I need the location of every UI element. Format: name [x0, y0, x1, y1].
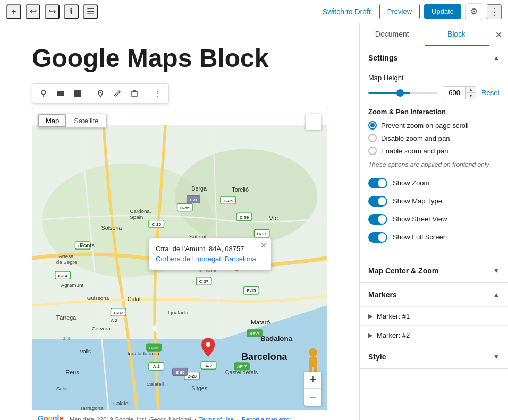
svg-text:Igualada: Igualada: [168, 309, 188, 315]
layout1-icon: [56, 89, 65, 98]
zoom-pan-note: These options are applied on frontend on…: [368, 160, 499, 169]
svg-text:B-23: B-23: [188, 374, 197, 379]
zoom-in-button[interactable]: +: [304, 372, 321, 389]
section-settings-title: Settings: [368, 54, 397, 62]
report-link[interactable]: Report a map error: [242, 416, 291, 420]
marker-2-item[interactable]: ▶ Marker: #2: [360, 325, 508, 345]
svg-text:C-59: C-59: [240, 215, 249, 220]
toolbar-pin-button[interactable]: [92, 86, 108, 101]
height-decrement-button[interactable]: ▼: [466, 93, 476, 99]
toggle-streetview[interactable]: [368, 214, 387, 225]
tab-block[interactable]: Block: [425, 23, 489, 46]
toggle-fullscreen[interactable]: [368, 232, 387, 243]
toolbar-delete-button[interactable]: [126, 86, 142, 101]
map-type-map-button[interactable]: Map: [38, 114, 66, 127]
toolbar-divider2: [146, 88, 146, 99]
toolbar-marker-button[interactable]: [36, 86, 52, 101]
height-input[interactable]: 600: [443, 87, 465, 99]
height-input-wrap: 600 ▲ ▼: [443, 86, 476, 99]
toggle-maptype-label: Show Map Type: [393, 197, 442, 205]
svg-point-84: [309, 348, 317, 357]
section-style: Style ▼: [360, 345, 508, 369]
map-wrapper: C-14 C-14 C-37 C-25 C-55 C-37 C-25 C-59 …: [32, 108, 327, 420]
toggle-maptype[interactable]: [368, 196, 387, 207]
radio-enable-indicator: [368, 147, 377, 155]
delete-icon: [130, 89, 139, 98]
preview-button[interactable]: Preview: [379, 4, 420, 19]
svg-text:Calafell: Calafell: [146, 381, 164, 387]
svg-text:Berga: Berga: [191, 185, 207, 192]
undo-button[interactable]: ↩: [26, 4, 40, 19]
tab-document[interactable]: Document: [360, 23, 425, 46]
redo-button[interactable]: ↪: [45, 4, 60, 19]
zoom-pan-label: Zoom & Pan Interaction: [368, 108, 499, 116]
panel-close-button[interactable]: ✕: [489, 23, 508, 46]
more-options-button[interactable]: ⋮: [487, 4, 502, 19]
section-markers-header[interactable]: Markers ▲: [360, 283, 508, 306]
radio-prevent-label: Prevent zoom on page scroll: [381, 122, 469, 130]
settings-button[interactable]: ⚙: [465, 3, 482, 20]
marker-1-item[interactable]: ▶ Marker: #1: [360, 306, 508, 325]
terms-link[interactable]: Terms of Use: [199, 416, 234, 420]
map-height-slider[interactable]: [368, 92, 437, 94]
marker-icon: [39, 89, 48, 98]
svg-point-3: [100, 91, 101, 93]
svg-rect-4: [132, 92, 137, 97]
top-bar-right: Switch to Draft Preview Update ⚙ ⋮: [318, 3, 502, 20]
svg-text:Tarragona: Tarragona: [80, 405, 104, 411]
svg-text:Calaf: Calaf: [128, 295, 141, 302]
style-chevron-down-icon: ▼: [493, 353, 499, 361]
info-button[interactable]: ℹ: [64, 4, 79, 19]
section-settings-header[interactable]: Settings ▲: [360, 46, 508, 70]
toolbar-layout1-button[interactable]: [53, 86, 69, 101]
height-increment-button[interactable]: ▲: [466, 87, 476, 93]
toggle-zoom[interactable]: [368, 178, 387, 188]
radio-prevent[interactable]: Prevent zoom on page scroll: [368, 121, 499, 130]
section-settings-body: Map Height 600 ▲ ▼ Reset Zoom & Pan Inte…: [360, 70, 508, 259]
radio-enable[interactable]: Enable zoom and pan: [368, 147, 499, 155]
map-streetview-pegman[interactable]: [304, 347, 321, 374]
svg-text:E-90: E-90: [175, 370, 184, 375]
svg-text:Guissona: Guissona: [87, 295, 109, 301]
svg-text:Reus: Reus: [66, 369, 79, 375]
infowindow-close-button[interactable]: ✕: [260, 242, 267, 249]
infowindow-address-line1: Ctra. de l'Amunt, 84A, 08757: [156, 245, 244, 253]
svg-text:AP-7: AP-7: [250, 331, 260, 336]
toggle-zoom-thumb: [378, 179, 386, 187]
svg-text:C-25: C-25: [152, 222, 162, 227]
toolbar-more-button[interactable]: ⋮: [149, 86, 165, 101]
section-style-header[interactable]: Style ▼: [360, 345, 508, 368]
pegman-icon: [304, 347, 321, 374]
svg-text:Barcelona: Barcelona: [241, 352, 287, 362]
svg-text:AP-7: AP-7: [237, 364, 247, 369]
infowindow-address-link[interactable]: Corbera de Llobregat, Barcelona: [156, 254, 256, 264]
zoom-out-button[interactable]: −: [304, 389, 321, 406]
height-reset-button[interactable]: Reset: [481, 89, 499, 97]
svg-text:E-9: E-9: [190, 198, 197, 202]
toggle-fullscreen-thumb: [378, 233, 386, 242]
toggle-streetview-row: Show Street View: [368, 214, 499, 225]
svg-text:Badalona: Badalona: [260, 335, 293, 342]
marker-2-label: Marker: #2: [377, 331, 410, 339]
section-markers-body: ▶ Marker: #1 ▶ Marker: #2: [360, 306, 508, 345]
svg-text:C-15: C-15: [149, 345, 159, 350]
map-type-satellite-button[interactable]: Satellite: [66, 114, 106, 127]
add-button[interactable]: +: [6, 4, 21, 19]
section-settings: Settings ▲ Map Height 600 ▲ ▼ Reset: [360, 46, 508, 259]
radio-enable-label: Enable zoom and pan: [381, 147, 448, 155]
section-map-center-header[interactable]: Map Center & Zoom ▼: [360, 259, 508, 282]
map-type-bar: Map Satellite: [38, 114, 107, 128]
switch-to-draft-button[interactable]: Switch to Draft: [318, 5, 375, 18]
svg-text:A-2: A-2: [205, 363, 212, 368]
list-button[interactable]: ☰: [83, 4, 98, 19]
section-markers: Markers ▲ ▶ Marker: #1 ▶ Marker: #2: [360, 283, 508, 345]
update-button[interactable]: Update: [424, 4, 461, 19]
radio-disable[interactable]: Disable zoom and pan: [368, 134, 499, 142]
google-logo-text: G: [38, 414, 44, 420]
toolbar-pencil-button[interactable]: [109, 86, 125, 101]
svg-text:A-2: A-2: [111, 318, 117, 323]
svg-text:C-25: C-25: [223, 198, 233, 203]
map-fullscreen-button[interactable]: [306, 114, 321, 130]
toolbar-layout2-button[interactable]: [70, 86, 86, 101]
svg-text:Cardona,: Cardona,: [130, 208, 151, 214]
